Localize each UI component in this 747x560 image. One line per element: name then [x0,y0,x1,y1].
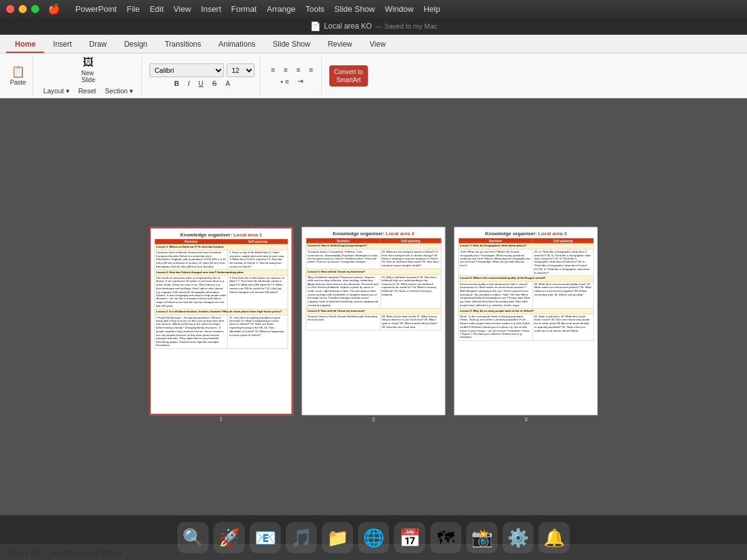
dock-finder[interactable]: 🔍 [177,522,209,553]
underline-button[interactable]: U [195,78,207,88]
list-row: • ≡ ⇥ [278,76,306,86]
bullet-list-button[interactable]: • ≡ [278,77,292,86]
menu-edit[interactable]: Edit [149,4,163,14]
font-family-select[interactable]: Calibri Arial Times New Roman [149,63,224,77]
new-slide-button[interactable]: 🖼 New Slide [80,55,96,85]
justify-button[interactable]: ≡ [306,65,316,75]
tab-view[interactable]: View [361,37,395,53]
slide-2[interactable]: Knowledge organiser: Local area 2 Revisi… [302,227,445,415]
lesson-2-questions: 6. How does the media impact our opinion… [228,276,288,309]
close-button[interactable] [6,5,14,13]
strikethrough-button[interactable]: S [209,78,220,88]
slide-2-title: Knowledge organiser: Local area 2 [306,231,441,236]
dock-files[interactable]: 📁 [322,522,353,553]
bold-button[interactable]: B [171,78,182,88]
tab-design[interactable]: Design [115,37,156,53]
ribbon-tabs: Home Insert Draw Design Transitions Anim… [0,35,747,54]
menu-window[interactable]: Window [385,4,413,14]
slide-1-number: 1 [220,416,223,422]
menu-insert[interactable]: Insert [201,4,222,14]
s2-col2-header: Self-quizzing [380,238,441,243]
dock-safari[interactable]: 🌐 [358,522,389,553]
s3-lesson-1-content: Truth: What can you see here? What's the… [458,249,532,276]
lesson-3-header: Lesson 3: Is it all about location, loca… [154,309,288,315]
lesson-1-header: Lesson 1: Where on Earth am I? To descri… [154,245,288,250]
dock-maps[interactable]: 🗺 [430,522,461,553]
s3-lesson-3-header: Lesson 9: Why do so many people want to … [458,308,593,314]
dock-notifications[interactable]: 🔔 [538,522,570,553]
s2-lesson-3-questions: 26. Write in your data results 27. What … [380,314,441,330]
dock-launchpad[interactable]: 🚀 [214,522,245,553]
tab-slideshow[interactable]: Slide Show [264,37,319,53]
tab-draw[interactable]: Draw [80,37,115,53]
col1-header: Revision [154,239,228,244]
slide-1[interactable]: Knowledge organiser: Local area 1 Revisi… [149,227,293,415]
traffic-lights[interactable] [6,5,39,13]
dock-settings[interactable]: ⚙️ [502,522,533,553]
convert-smartart-button[interactable]: Convert to SmartArt [329,65,368,86]
slide-3[interactable]: Knowledge organiser: Local area 3 Revisi… [454,227,598,415]
main-area: Knowledge organiser: Local area 1 Revisi… [0,98,747,544]
menu-view[interactable]: View [174,4,191,14]
tab-home[interactable]: Home [6,37,44,53]
document-icon: 📄 [310,21,321,31]
tab-animations[interactable]: Animations [210,37,264,53]
align-row: ≡ ≡ ≡ ≡ [268,65,316,75]
dock-photos[interactable]: 📸 [466,522,497,553]
paste-button[interactable]: 📋 Paste [9,64,27,87]
document-title: Local area KO [324,22,372,30]
menu-tools[interactable]: Tools [306,4,324,14]
menu-powerpoint[interactable]: PowerPoint [75,4,116,14]
dock-mail[interactable]: 📧 [250,522,281,553]
maximize-button[interactable] [31,5,39,13]
lesson-2-header: Lesson 2: How has Oxford changed over ti… [154,269,288,275]
s2-lesson-2-header: Lesson 5: How well do I know my local ar… [306,269,441,274]
slide-3-number: 3 [524,416,527,422]
col2-header: Self-quizzing [228,239,288,244]
font-size-select[interactable]: 12 14 16 18 24 [227,63,255,77]
s3-lesson-1-header: Lesson 7: How do Geographers think about… [458,243,593,249]
s2-lesson-2-content: Why is fieldwork important? Experience p… [306,274,380,308]
s2-lesson-3-content: Textures Colours Smells Sounds Blindfold… [306,314,380,330]
font-group: Calibri Arial Times New Roman 12 14 16 1… [144,56,260,96]
tab-transitions[interactable]: Transitions [156,37,210,53]
paragraph-group: ≡ ≡ ≡ ≡ • ≡ ⇥ [263,56,322,96]
new-slide-label: New Slide [82,70,95,83]
menu-slideshow[interactable]: Slide Show [334,4,375,14]
document-bar: 📄 Local area KO — Saved to my Mac [0,17,747,35]
reset-button[interactable]: Reset [75,86,100,96]
apple-menu[interactable]: 🍎 [48,3,60,15]
s2-lesson-1-content: Transport issues: Competition, Pollution… [306,249,380,269]
ribbon: 📋 Paste 🖼 New Slide Layout ▾ Reset Secti… [0,54,747,98]
s2-lesson-3-header: Lesson 6: How well do I know my local ar… [306,308,441,314]
menu-file[interactable]: File [126,4,139,14]
indent-button[interactable]: ⇥ [294,76,306,86]
align-center-button[interactable]: ≡ [281,65,291,75]
lesson-3-questions: 11. How does an ageing population impact… [228,315,288,348]
tab-insert[interactable]: Insert [44,37,80,53]
dock-calendar[interactable]: 📅 [394,522,425,553]
align-left-button[interactable]: ≡ [268,65,278,75]
titlebar: 🍎 PowerPoint File Edit View Insert Forma… [0,0,747,17]
s3-lesson-3-questions: 41. State a pull factor. 42. What does '… [533,314,594,341]
s3-lesson-3-content: Rural - In the countryside which is dens… [458,314,532,341]
menu-format[interactable]: Format [231,4,256,14]
slide-1-title: Knowledge organiser: Local area 1 [154,232,288,238]
s3-col2-header: Self-quizzing [533,238,594,243]
section-button[interactable]: Section ▾ [101,86,136,96]
menu-help[interactable]: Help [423,4,440,14]
s3-lesson-2-content: Environmental quality is how pleasing th… [458,281,532,308]
new-slide-row: 🖼 New Slide [80,55,96,85]
align-right-button[interactable]: ≡ [293,65,303,75]
dock-music[interactable]: 🎵 [286,522,317,553]
paste-icon: 📋 [11,65,25,79]
tab-review[interactable]: Review [319,37,360,53]
s2-lesson-1-questions: 16. What are the transport issues in Oxf… [380,249,441,269]
italic-button[interactable]: I [185,78,193,88]
minimize-button[interactable] [19,5,27,13]
font-color-button[interactable]: A [222,78,233,88]
menu-arrange[interactable]: Arrange [266,4,295,14]
layout-button[interactable]: Layout ▾ [40,86,73,96]
s2-col1-header: Revision [306,238,380,243]
dock: 🔍 🚀 📧 🎵 📁 🌐 📅 🗺 📸 ⚙️ 🔔 [0,515,747,560]
